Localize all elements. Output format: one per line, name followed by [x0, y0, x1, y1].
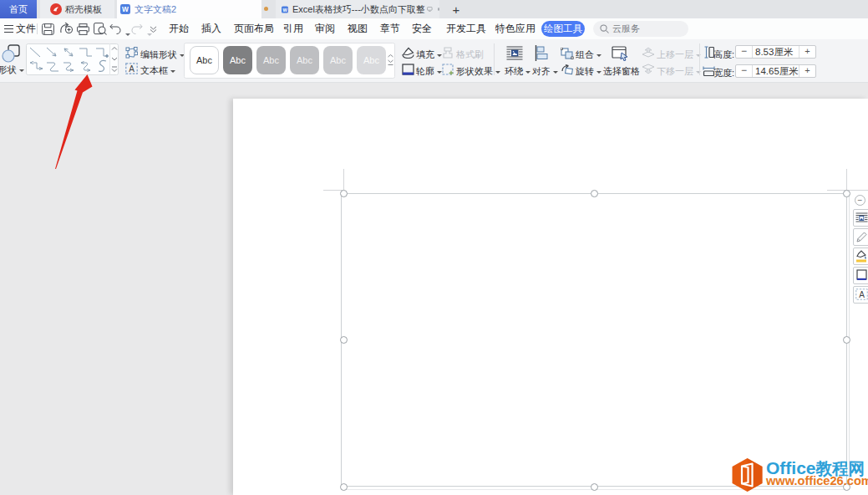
svg-text:A: A: [129, 64, 135, 74]
svg-text:W: W: [282, 7, 287, 12]
svg-text:A: A: [859, 290, 865, 299]
svg-text:W: W: [122, 5, 129, 13]
